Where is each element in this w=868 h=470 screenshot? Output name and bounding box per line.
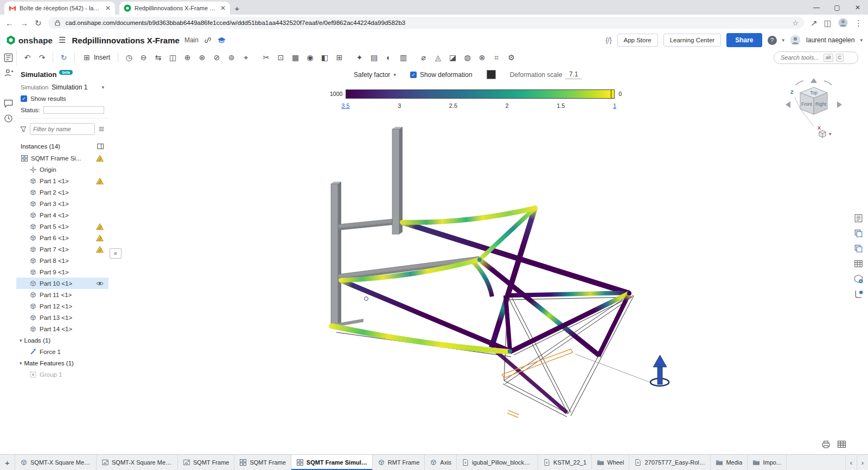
back-icon[interactable]: ← <box>5 19 14 27</box>
model-canvas[interactable] <box>108 66 868 455</box>
print-icon[interactable] <box>821 440 831 450</box>
browser-tab-onshape[interactable]: Redpillinnovations X-Frame | SQ ✕ <box>119 2 230 15</box>
document-tab[interactable]: Axis <box>425 455 457 470</box>
tangent-mate-icon[interactable]: ⊚ <box>225 51 238 64</box>
material-library-panel-icon[interactable] <box>852 287 865 300</box>
sheet-metal-table-icon[interactable]: ⌗ <box>490 51 503 64</box>
bom-table-panel-icon[interactable] <box>852 211 865 224</box>
tree-item[interactable]: Part 4 <1> <box>16 209 108 221</box>
document-tab[interactable]: Wheel <box>592 455 629 470</box>
roll-arrow-icon[interactable] <box>824 81 832 85</box>
tree-item[interactable]: Group 1 <box>16 369 108 380</box>
rotate-right-arrow-icon[interactable] <box>837 101 842 108</box>
configuration-panel-icon[interactable] <box>852 257 865 270</box>
tree-item[interactable]: Part 6 <1> <box>16 232 108 243</box>
slider-mate-icon[interactable]: ⇆ <box>151 51 165 64</box>
appearance-icon[interactable]: ◍ <box>461 51 474 64</box>
app-store-button[interactable]: App Store <box>617 34 658 47</box>
simulation-settings-icon[interactable]: ⚙ <box>505 51 518 64</box>
versions-history-icon[interactable] <box>3 113 14 124</box>
tree-item[interactable]: Part 1 <1> <box>16 175 108 186</box>
search-tools-input[interactable] <box>780 54 821 61</box>
maximize-button[interactable]: ▢ <box>827 0 847 15</box>
browser-avatar[interactable] <box>838 18 848 28</box>
cylindrical-mate-icon[interactable]: ⊖ <box>137 51 150 64</box>
undo-icon[interactable]: ↶ <box>21 51 34 64</box>
deformation-scale-value[interactable]: 7.1 <box>565 70 582 79</box>
add-tab-button[interactable]: + <box>0 455 15 470</box>
simulation-selector[interactable]: Simulation Simulation 1 ▾ <box>16 81 108 93</box>
graphics-viewport[interactable]: Safety factor ▾ ✓ Show deformation Defor… <box>108 66 868 455</box>
legend-tick[interactable]: 3.5 <box>341 102 349 109</box>
document-panel-icon[interactable] <box>3 53 14 63</box>
share-page-icon[interactable]: ↗ <box>810 19 818 27</box>
mate-features-section-header[interactable]: ▾ Mate Features (1) <box>16 357 108 369</box>
show-results-checkbox[interactable]: ✓ <box>21 95 27 102</box>
tree-item[interactable]: Part 11 <1> <box>16 289 108 300</box>
view-cube[interactable]: Top Front Right Z X <box>784 76 844 137</box>
tree-item[interactable]: Force 1 <box>16 346 108 357</box>
document-tab[interactable]: SQMT-X Square Metal ... <box>15 455 97 470</box>
forward-icon[interactable]: → <box>20 19 28 27</box>
show-deformation-checkbox[interactable]: ✓ <box>410 72 417 78</box>
user-avatar[interactable] <box>790 35 801 46</box>
filter-funnel-icon[interactable] <box>20 125 27 133</box>
tree-item[interactable]: Part 12 <1> <box>16 300 108 312</box>
display-states-icon[interactable]: ◐ <box>382 51 395 64</box>
hamburger-menu-icon[interactable]: ☰ <box>59 35 66 45</box>
document-tab[interactable]: SQMT Frame Simulation <box>291 455 373 470</box>
panel-resize-handle[interactable]: ≡ <box>110 248 122 259</box>
copy-link-icon[interactable] <box>203 36 212 44</box>
display-states-panel-icon[interactable] <box>852 242 865 255</box>
mirror-icon[interactable]: ◧ <box>318 51 331 64</box>
roll-arrow-icon[interactable] <box>796 81 803 85</box>
tree-item[interactable]: Part 9 <1> <box>16 266 108 278</box>
rotate-left-arrow-icon[interactable] <box>786 101 790 108</box>
tree-item[interactable]: SQMT Frame Si... <box>16 152 108 164</box>
replicate-icon[interactable]: ⊞ <box>333 51 346 64</box>
document-tab[interactable]: SQMT Frame <box>178 455 234 470</box>
minimize-button[interactable]: — <box>806 0 827 15</box>
mate-connector-icon[interactable]: ⌖ <box>239 51 253 64</box>
tree-item[interactable]: Part 3 <1> <box>16 198 108 209</box>
new-tab-button[interactable]: + <box>230 2 244 15</box>
tree-item[interactable]: Part 13 <1> <box>16 312 108 323</box>
document-tab[interactable]: 27075T77_Easy-Roll C... <box>629 455 711 470</box>
ball-mate-icon[interactable]: ⊛ <box>195 51 209 64</box>
filter-input[interactable] <box>30 123 95 135</box>
instances-panel-icon[interactable] <box>97 143 104 150</box>
document-tab[interactable]: SQMT-X Square Metal ... <box>97 455 178 470</box>
document-tab[interactable]: igubal_Pillow_block_U... <box>457 455 538 470</box>
browser-tab-gmail[interactable]: Boîte de réception (542) - lauren ✕ <box>4 2 115 15</box>
reload-icon[interactable]: ↻ <box>35 19 42 27</box>
help-icon[interactable]: ? <box>768 36 777 45</box>
simulation-results-panel-icon[interactable] <box>852 272 865 285</box>
scroll-tabs-right-icon[interactable]: › <box>857 455 868 470</box>
follow-user-icon[interactable] <box>3 68 14 78</box>
document-tab[interactable]: Media <box>711 455 748 470</box>
mass-properties-icon[interactable]: ◬ <box>431 51 445 64</box>
address-box[interactable]: cad.onshape.com/documents/b9d363bbab6449… <box>48 17 805 29</box>
document-tab[interactable]: SQMT Frame <box>234 455 291 470</box>
side-panel-icon[interactable]: ◫ <box>824 19 832 27</box>
fastened-mate-icon[interactable]: ⊕ <box>181 51 194 64</box>
tab-close-icon[interactable]: ✕ <box>105 5 111 11</box>
linear-pattern-icon[interactable]: ▦ <box>289 51 302 64</box>
workspace-branch[interactable]: Main <box>184 36 199 44</box>
planar-mate-icon[interactable]: ◫ <box>166 51 180 64</box>
scroll-tabs-left-icon[interactable]: ‹ <box>845 455 857 470</box>
learning-center-button[interactable]: Learning Center <box>663 34 721 47</box>
document-tab[interactable]: KSTM_22_1 <box>538 455 592 470</box>
named-positions-icon[interactable]: ▤ <box>367 51 381 64</box>
tab-close-icon[interactable]: ✕ <box>220 5 226 11</box>
tree-item[interactable]: Origin <box>16 164 108 175</box>
user-menu-chevron-icon[interactable]: ▾ <box>860 37 863 43</box>
appearance-panel-icon[interactable] <box>852 227 865 240</box>
document-tab[interactable]: RMT Frame <box>373 455 425 470</box>
loads-section-header[interactable]: ▾ Loads (1) <box>16 334 108 346</box>
tree-item[interactable]: Part 7 <1> <box>16 243 108 255</box>
browser-menu-icon[interactable]: ⋮ <box>854 19 863 27</box>
exploded-view-icon[interactable]: ✦ <box>353 51 366 64</box>
rotate-up-arrow-icon[interactable] <box>810 78 817 83</box>
revolute-mate-icon[interactable]: ◷ <box>122 51 136 64</box>
